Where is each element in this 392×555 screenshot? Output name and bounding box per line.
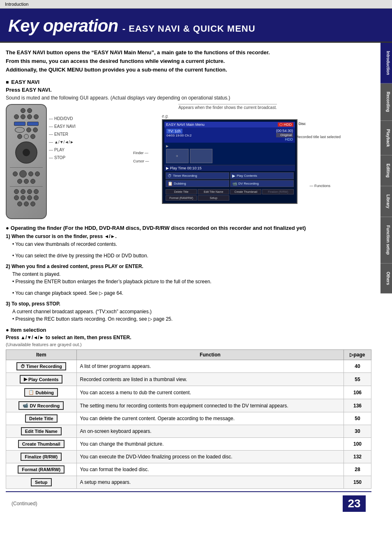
play-label: PLAY xyxy=(49,148,76,152)
func-dv-recording[interactable]: 📹 DV Recording xyxy=(230,180,294,187)
sidebar-tab-editing[interactable]: Editing xyxy=(380,155,392,186)
item-selection-header: ● Item selection xyxy=(6,327,371,333)
gui-thumb-1: ✈ xyxy=(166,149,189,163)
item-selection-instruction: Press ▲/▼/◄/► to select an item, then pr… xyxy=(6,335,371,340)
btn-22[interactable] xyxy=(21,195,25,200)
sidebar-tab-library[interactable]: Library xyxy=(380,186,392,217)
remote-labels: HDD/DVD EASY NAVI ENTER ▲/▼/◄/► PLAY STO… xyxy=(47,104,76,160)
gui-outer: e.g. 💿 Disc EASY NAVI Main Menu xyxy=(162,114,293,204)
btn-9[interactable] xyxy=(17,134,22,139)
step-3-bullet-1: Pressing the REC button starts recording… xyxy=(12,315,371,323)
gui-bottom-format[interactable]: Format (RAM/RW) xyxy=(166,195,197,201)
item-selection-note: (Unavailable features are grayed out.) xyxy=(6,342,371,347)
func-dubbing[interactable]: 📋 Dubbing xyxy=(166,180,229,187)
gui-date: 04/03 19:00 Ch:2 xyxy=(166,134,191,137)
table-cell-function: You can format the loaded disc. xyxy=(76,463,344,476)
item-table: Item Function ▷page ⏱ Timer Recording A … xyxy=(6,349,371,489)
gui-finder: ▶ ✈ xyxy=(164,143,295,165)
page-title: Key operation - EASY NAVI & QUICK MENU xyxy=(8,16,384,36)
btn-13[interactable] xyxy=(35,171,40,176)
btn-20[interactable] xyxy=(34,189,39,194)
dpad[interactable] xyxy=(15,141,37,164)
content-area: The EASY NAVI button opens the “EASY NAV… xyxy=(0,43,392,521)
table-cell-function: You can execute the DVD-Video finalizing… xyxy=(76,451,344,463)
gui-bottom-edit[interactable]: Edit Title Name xyxy=(198,189,229,194)
gui-play-bar: ▶ Play Time 00:10:15 xyxy=(164,165,295,171)
hdd-dvd-btn[interactable] xyxy=(14,122,25,126)
gui-bottom-delete[interactable]: Delete Title xyxy=(166,189,197,194)
btn-23[interactable] xyxy=(27,195,32,200)
intro-line1: The EASY NAVI button opens the “EASY NAV… xyxy=(6,49,371,57)
col-page: ▷page xyxy=(344,350,371,360)
step-2-bullet-1: Pressing the ENTER button enlarges the f… xyxy=(12,278,371,285)
easy-navi-btn[interactable] xyxy=(15,127,25,133)
diagram-area: HDD/DVD EASY NAVI ENTER ▲/▼/◄/► PLAY STO… xyxy=(6,104,371,219)
table-cell-function: The setting menu for recording contents … xyxy=(76,399,344,412)
operating-finder-section: ● Operating the finder (For the HDD, DVD… xyxy=(6,225,371,323)
step-1-bullet-2: You can select the drive by pressing the… xyxy=(12,252,371,259)
btn-25[interactable] xyxy=(17,201,22,206)
gui-bottom-thumb[interactable]: Create Thumbnail xyxy=(230,189,262,194)
btn-8[interactable] xyxy=(33,127,38,132)
func-play-contents[interactable]: ▶ Play Contents xyxy=(230,172,294,179)
btn-3[interactable] xyxy=(14,114,19,119)
annot-finder: Finder — xyxy=(133,151,148,155)
btn-6[interactable] xyxy=(34,114,39,119)
btn-21[interactable] xyxy=(14,195,19,200)
btn-7[interactable] xyxy=(26,127,31,132)
btn-1[interactable] xyxy=(21,108,25,113)
step-1-bullets: You can view thumbnails of recorded cont… xyxy=(12,240,371,259)
btn-16[interactable] xyxy=(30,179,35,184)
remote-control xyxy=(6,104,47,219)
enter-btn[interactable] xyxy=(24,134,29,139)
table-cell-function: An on-screen keyboard appears. xyxy=(76,425,344,438)
btn-15[interactable] xyxy=(24,179,29,184)
table-row: Delete TitleYou can delete the current c… xyxy=(6,412,371,425)
btn-19[interactable] xyxy=(27,189,32,194)
sidebar-tab-recording[interactable]: Recording xyxy=(380,83,392,120)
btn-18[interactable] xyxy=(21,189,25,194)
table-cell-function: A setup menu appears. xyxy=(76,476,344,489)
table-cell-function: Recorded contents are listed in a thumbn… xyxy=(76,373,344,386)
sidebar-tab-others[interactable]: Others xyxy=(380,264,392,294)
sidebar-tab-function-setup[interactable]: Function setup xyxy=(380,217,392,264)
btn-5[interactable] xyxy=(27,114,32,119)
hdd-dvd-btn2[interactable] xyxy=(27,122,39,126)
sidebar-tab-playback[interactable]: Playback xyxy=(380,121,392,155)
btn-26[interactable] xyxy=(24,201,29,206)
step-2-bullet-2: You can change playback speed. See ▷ pag… xyxy=(12,289,371,297)
sidebar-tabs: Introduction Recording Playback Editing … xyxy=(380,43,392,294)
func-timer-recording[interactable]: ⏱ Timer Recording xyxy=(166,172,229,179)
btn-10[interactable] xyxy=(30,134,35,139)
table-cell-item: Create Thumbnail xyxy=(6,438,77,451)
table-cell-function: You can access a menu to dub the current… xyxy=(76,386,344,399)
gui-bottom-finalize[interactable]: Finalize (R/RW) xyxy=(262,189,294,194)
gui-functions: ⏱ Timer Recording ▶ Play Contents 📋 xyxy=(164,171,295,188)
hdd-dvd-label: HDD/DVD xyxy=(49,116,76,121)
btn-2[interactable] xyxy=(27,108,32,113)
table-cell-function: A list of timer programs appears. xyxy=(76,360,344,373)
btn-24[interactable] xyxy=(34,195,39,200)
annot-recorded: — Recorded title last selected xyxy=(291,134,341,140)
btn-27[interactable] xyxy=(30,201,35,206)
btn-17[interactable] xyxy=(14,189,19,194)
table-cell-page: 150 xyxy=(344,476,371,489)
table-cell-item: ▶ Play Contents xyxy=(6,373,77,386)
table-cell-item: Finalize (R/RW) xyxy=(6,451,77,463)
btn-14[interactable] xyxy=(17,179,22,184)
top-bar: Introduction xyxy=(0,0,392,9)
btn-12[interactable] xyxy=(28,171,33,176)
step-1: 1) When the cursor is on the finder, pre… xyxy=(6,234,371,259)
gui-bottom-setup[interactable]: Setup xyxy=(198,195,229,201)
table-row: Finalize (R/RW)You can execute the DVD-V… xyxy=(6,451,371,463)
btn-11[interactable] xyxy=(13,171,18,176)
btn-4[interactable] xyxy=(21,114,25,119)
sidebar-tab-introduction[interactable]: Introduction xyxy=(380,43,392,83)
gui-original: Original xyxy=(276,133,293,137)
table-cell-page: 40 xyxy=(344,360,371,373)
easy-navi-header: EASY NAVI xyxy=(6,79,371,85)
step-1-header: 1) When the cursor is on the finder, pre… xyxy=(6,234,371,239)
eg-label: e.g. xyxy=(162,114,293,118)
play-btn[interactable] xyxy=(19,170,27,178)
intro-line3: Additionally, the QUICK MENU button prov… xyxy=(6,66,371,74)
